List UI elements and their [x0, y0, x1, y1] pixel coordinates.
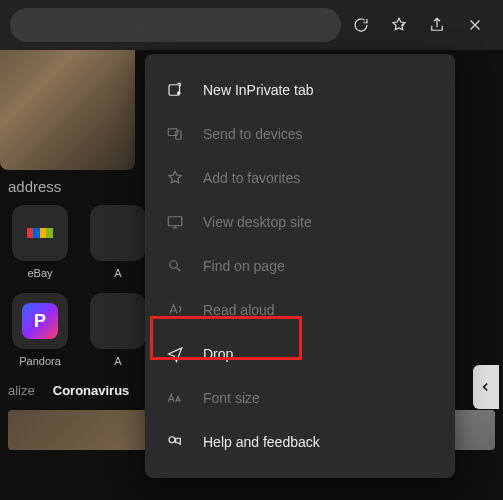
tab-partial[interactable]: alize	[8, 383, 35, 398]
overflow-menu: New InPrivate tab Send to devices Add to…	[145, 54, 455, 478]
tile-label: A	[86, 355, 150, 367]
scroll-right-chevron[interactable]	[473, 365, 499, 409]
svg-point-6	[169, 437, 175, 443]
ebay-icon	[27, 228, 53, 238]
menu-label: Drop	[203, 346, 233, 362]
menu-label: Find on page	[203, 258, 285, 274]
menu-label: View desktop site	[203, 214, 312, 230]
menu-view-desktop-site[interactable]: View desktop site	[145, 200, 455, 244]
quick-link-partial[interactable]: A	[86, 205, 150, 279]
menu-label: Add to favorites	[203, 170, 300, 186]
menu-find-on-page[interactable]: Find on page	[145, 244, 455, 288]
quick-link-partial-2[interactable]: A	[86, 293, 150, 367]
read-aloud-icon	[165, 300, 185, 320]
tile-label: A	[86, 267, 150, 279]
devices-icon	[165, 124, 185, 144]
svg-rect-4	[168, 217, 182, 226]
font-size-icon	[165, 388, 185, 408]
menu-new-inprivate-tab[interactable]: New InPrivate tab	[145, 68, 455, 112]
hero-image	[0, 50, 135, 170]
menu-label: Read aloud	[203, 302, 275, 318]
toolbar-actions	[351, 15, 493, 35]
svg-point-1	[177, 91, 181, 95]
address-bar[interactable]	[10, 8, 341, 42]
menu-label: Send to devices	[203, 126, 303, 142]
tab-coronavirus[interactable]: Coronavirus	[53, 383, 130, 398]
quick-link-ebay[interactable]: eBay	[8, 205, 72, 279]
pandora-icon: P	[22, 303, 58, 339]
menu-font-size[interactable]: Font size	[145, 376, 455, 420]
tile-label: Pandora	[8, 355, 72, 367]
favorites-icon[interactable]	[389, 15, 409, 35]
menu-send-to-devices[interactable]: Send to devices	[145, 112, 455, 156]
menu-read-aloud[interactable]: Read aloud	[145, 288, 455, 332]
menu-add-to-favorites[interactable]: Add to favorites	[145, 156, 455, 200]
feedback-icon	[165, 432, 185, 452]
star-plus-icon	[165, 168, 185, 188]
share-icon[interactable]	[427, 15, 447, 35]
menu-drop[interactable]: Drop	[145, 332, 455, 376]
reload-icon[interactable]	[351, 15, 371, 35]
quick-link-pandora[interactable]: P Pandora	[8, 293, 72, 367]
menu-help-feedback[interactable]: Help and feedback	[145, 420, 455, 464]
tile-label: eBay	[8, 267, 72, 279]
close-icon[interactable]	[465, 15, 485, 35]
svg-point-5	[170, 261, 178, 269]
inprivate-icon	[165, 80, 185, 100]
menu-label: Help and feedback	[203, 434, 320, 450]
send-icon	[165, 344, 185, 364]
menu-label: New InPrivate tab	[203, 82, 314, 98]
desktop-icon	[165, 212, 185, 232]
browser-toolbar	[0, 0, 503, 50]
menu-label: Font size	[203, 390, 260, 406]
search-page-icon	[165, 256, 185, 276]
